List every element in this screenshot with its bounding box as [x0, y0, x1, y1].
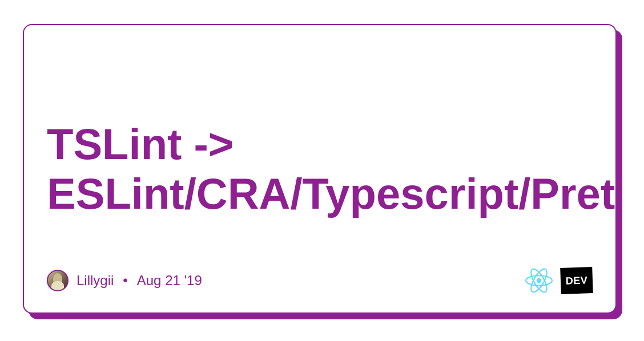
- dev-badge-text: DEV: [565, 274, 587, 287]
- dev-badge: DEV: [560, 267, 593, 294]
- title-wrapper: TSLint -> ESLint/CRA/Typescript/Prettier: [47, 48, 615, 267]
- article-title: TSLint -> ESLint/CRA/Typescript/Prettier: [47, 119, 615, 219]
- author-name: Lillygii: [77, 273, 114, 289]
- svg-point-0: [537, 278, 542, 283]
- publish-date: Aug 21 '19: [137, 273, 202, 289]
- react-icon: [525, 267, 553, 294]
- author-row: Lillygii • Aug 21 '19: [47, 270, 202, 291]
- card-footer: Lillygii • Aug 21 '19 DEV: [47, 267, 615, 294]
- logo-row: DEV: [525, 267, 593, 294]
- article-card: TSLint -> ESLint/CRA/Typescript/Prettier…: [23, 24, 617, 314]
- author-avatar: [47, 270, 69, 291]
- bullet-separator: •: [123, 273, 127, 289]
